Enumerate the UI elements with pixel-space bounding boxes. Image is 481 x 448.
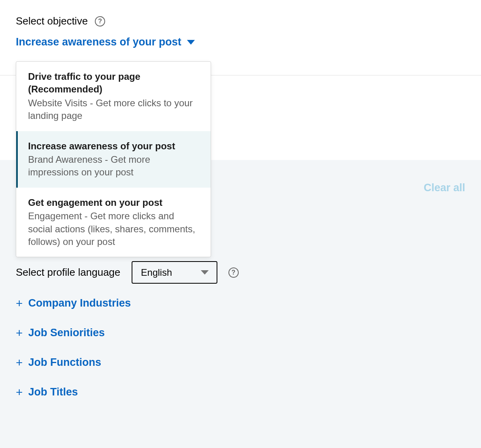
- filter-label: Job Seniorities: [28, 327, 105, 339]
- select-objective-label: Select objective ?: [16, 15, 465, 27]
- option-title: Increase awareness of your post: [28, 140, 200, 152]
- filter-list: + Company Industries + Job Seniorities +…: [16, 297, 465, 398]
- option-title: Get engagement on your post: [28, 196, 200, 209]
- filter-label: Job Titles: [28, 386, 78, 398]
- caret-down-icon: [187, 40, 195, 45]
- help-icon[interactable]: ?: [228, 267, 239, 278]
- objective-selected-text: Increase awareness of your post: [16, 36, 181, 48]
- objective-label-text: Select objective: [16, 15, 88, 27]
- option-description: Brand Awareness - Get more impressions o…: [28, 153, 200, 179]
- option-description: Engagement - Get more clicks and social …: [28, 210, 200, 248]
- plus-icon: +: [16, 327, 23, 339]
- profile-language-select[interactable]: English: [132, 261, 217, 284]
- filter-label: Job Functions: [28, 356, 102, 369]
- clear-all-button[interactable]: Clear all: [424, 182, 465, 194]
- add-job-titles[interactable]: + Job Titles: [16, 386, 465, 398]
- objective-dropdown-menu: Drive traffic to your page (Recommended)…: [16, 61, 211, 257]
- caret-down-icon: [201, 270, 209, 275]
- objective-option-increase-awareness[interactable]: Increase awareness of your post Brand Aw…: [16, 131, 211, 188]
- add-job-functions[interactable]: + Job Functions: [16, 356, 465, 369]
- language-selected-value: English: [141, 267, 172, 278]
- plus-icon: +: [16, 297, 23, 309]
- objective-option-drive-traffic[interactable]: Drive traffic to your page (Recommended)…: [16, 62, 211, 131]
- objective-option-get-engagement[interactable]: Get engagement on your post Engagement -…: [16, 188, 211, 257]
- help-icon[interactable]: ?: [95, 16, 105, 26]
- option-title: Drive traffic to your page (Recommended): [28, 70, 200, 96]
- profile-language-label: Select profile language: [16, 266, 121, 279]
- objective-dropdown-trigger[interactable]: Increase awareness of your post: [16, 36, 465, 48]
- add-job-seniorities[interactable]: + Job Seniorities: [16, 327, 465, 339]
- add-company-industries[interactable]: + Company Industries: [16, 297, 465, 309]
- option-description: Website Visits - Get more clicks to your…: [28, 97, 200, 122]
- plus-icon: +: [16, 357, 23, 369]
- profile-language-row: Select profile language English ?: [16, 261, 465, 284]
- filter-label: Company Industries: [28, 297, 131, 309]
- plus-icon: +: [16, 386, 23, 398]
